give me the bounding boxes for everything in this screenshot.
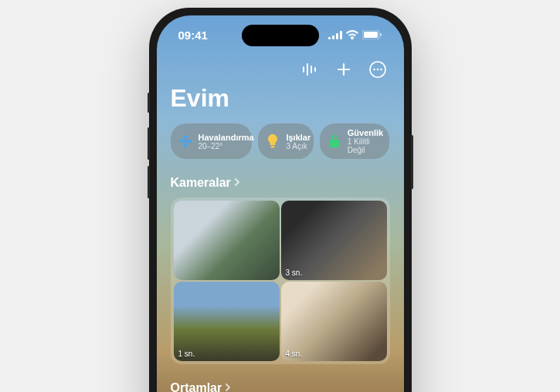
fan-icon (177, 133, 194, 150)
lock-icon (326, 133, 343, 150)
page-title: Evim (171, 84, 390, 113)
status-time: 09:41 (178, 29, 208, 42)
chip-sub: 3 Açık (286, 142, 311, 150)
camera-tile[interactable]: 1 sn. (174, 282, 280, 361)
svg-rect-18 (271, 146, 275, 148)
chevron-right-icon (234, 176, 240, 190)
chip-label: Havalandırma (199, 133, 254, 142)
app-content: Evim Havalandırma 20–22° I (157, 58, 404, 392)
svg-point-17 (184, 140, 187, 143)
status-chips: Havalandırma 20–22° Işıklar 3 Açık (171, 123, 390, 159)
section-cameras[interactable]: Kameralar (171, 176, 390, 190)
svg-point-14 (373, 69, 375, 71)
svg-rect-2 (336, 33, 338, 39)
chip-label: Işıklar (286, 133, 311, 142)
header-actions (171, 58, 390, 81)
chip-sub: 1 Kilitli Değil (348, 137, 383, 154)
battery-icon (362, 30, 382, 39)
chip-text: Işıklar 3 Açık (286, 133, 311, 150)
chip-lights[interactable]: Işıklar 3 Açık (258, 123, 313, 159)
chip-text: Güvenlik 1 Kilitli Değil (348, 128, 383, 154)
add-icon[interactable] (334, 60, 353, 79)
svg-point-15 (376, 69, 378, 71)
intercom-icon[interactable] (300, 60, 319, 79)
chip-security[interactable]: Güvenlik 1 Kilitli Değil (320, 123, 390, 159)
svg-rect-5 (364, 32, 378, 38)
volume-down-button (148, 166, 150, 198)
phone-frame: 09:41 (149, 8, 412, 392)
section-scenes[interactable]: Ortamlar (171, 381, 390, 392)
silent-switch (148, 93, 150, 113)
svg-rect-0 (328, 37, 331, 39)
cellular-icon (328, 31, 342, 39)
wifi-icon (346, 30, 358, 39)
bulb-icon (264, 133, 281, 150)
chip-sub: 20–22° (199, 142, 254, 150)
camera-tile[interactable] (174, 201, 280, 280)
volume-up-button (148, 127, 150, 160)
svg-rect-1 (332, 35, 334, 39)
svg-rect-6 (380, 33, 382, 36)
status-right (328, 30, 382, 39)
phone-screen: 09:41 (157, 15, 404, 392)
svg-point-16 (380, 69, 382, 71)
camera-tile[interactable]: 3 sn. (281, 201, 387, 280)
chip-text: Havalandırma 20–22° (199, 133, 254, 150)
camera-grid: 3 sn. 1 sn. 4 sn. (171, 198, 390, 364)
chip-label: Güvenlik (348, 128, 383, 137)
side-button (411, 135, 413, 189)
section-title: Kameralar (171, 176, 231, 190)
dynamic-island (242, 25, 319, 46)
camera-tile[interactable]: 4 sn. (281, 282, 387, 361)
camera-badge: 3 sn. (286, 269, 303, 277)
svg-rect-3 (340, 31, 342, 39)
section-title: Ortamlar (171, 381, 222, 392)
more-icon[interactable] (368, 60, 387, 79)
camera-badge: 1 sn. (178, 350, 195, 358)
chip-climate[interactable]: Havalandırma 20–22° (171, 123, 253, 159)
chevron-right-icon (225, 381, 231, 392)
camera-badge: 4 sn. (286, 350, 303, 358)
